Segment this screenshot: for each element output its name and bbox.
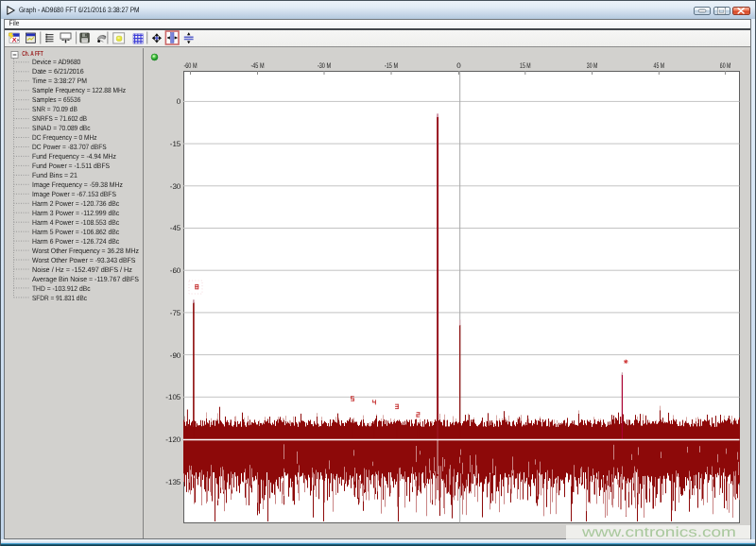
- svg-text:-15 M: -15 M: [385, 61, 398, 70]
- svg-text:SNR = 70.09 dB: SNR = 70.09 dB: [32, 105, 77, 113]
- svg-text:-45: -45: [170, 224, 181, 232]
- svg-text:0: 0: [456, 61, 461, 70]
- svg-text:Harm 4 Power = -108.553 dBc: Harm 4 Power = -108.553 dBc: [32, 218, 119, 227]
- svg-text:15 M: 15 M: [520, 61, 531, 70]
- svg-text:30 M: 30 M: [587, 61, 598, 70]
- svg-text:Device = AD9680: Device = AD9680: [32, 58, 80, 66]
- svg-text:DC Power = -83.707 dBFS: DC Power = -83.707 dBFS: [32, 143, 107, 151]
- svg-text:Samples = 65536: Samples = 65536: [32, 95, 80, 104]
- svg-text:60 M: 60 M: [720, 61, 731, 70]
- svg-text:THD = -103.912 dBc: THD = -103.912 dBc: [32, 284, 91, 293]
- svg-text:Worst Other Power = -93.343 dB: Worst Other Power = -93.343 dBFS: [32, 256, 135, 264]
- svg-text:Noise / Hz = -152.497 dBFS / H: Noise / Hz = -152.497 dBFS / Hz: [32, 265, 132, 274]
- svg-text:Fund Frequency = -4.94 MHz: Fund Frequency = -4.94 MHz: [32, 152, 116, 161]
- svg-text:-135: -135: [165, 478, 181, 486]
- svg-text:Fund Power = -1.511 dBFS: Fund Power = -1.511 dBFS: [32, 162, 110, 170]
- svg-text:File: File: [9, 19, 20, 27]
- svg-text:Harm 3 Power = -112.999 dBc: Harm 3 Power = -112.999 dBc: [32, 209, 119, 217]
- svg-text:SFDR = 91.831 dBc: SFDR = 91.831 dBc: [32, 294, 87, 302]
- svg-text:-105: -105: [165, 393, 181, 401]
- svg-text:-60 M: -60 M: [183, 61, 197, 70]
- svg-text:Harm 5 Power = -106.862 dBc: Harm 5 Power = -106.862 dBc: [32, 228, 119, 236]
- svg-text:Ch. A FFT: Ch. A FFT: [22, 49, 43, 58]
- svg-text:Fund Bins = 21: Fund Bins = 21: [32, 171, 77, 179]
- svg-text:Average Bin Noise = -119.767 d: Average Bin Noise = -119.767 dBFS: [32, 275, 139, 283]
- svg-text:-15: -15: [170, 140, 181, 148]
- svg-text:0: 0: [177, 97, 181, 106]
- svg-text:45 M: 45 M: [654, 61, 665, 70]
- svg-text:www.cntronics.com: www.cntronics.com: [581, 525, 736, 540]
- svg-text:Image Frequency = -59.38 MHz: Image Frequency = -59.38 MHz: [32, 180, 123, 189]
- svg-text:Time = 3:38:27 PM: Time = 3:38:27 PM: [32, 77, 87, 85]
- svg-text:SINAD = 70.089 dBc: SINAD = 70.089 dBc: [32, 124, 91, 132]
- svg-text:-75: -75: [170, 309, 181, 317]
- svg-text:Worst Other Frequency = 36.28: Worst Other Frequency = 36.28 MHz: [32, 247, 139, 255]
- svg-text:-30 M: -30 M: [318, 61, 331, 70]
- svg-text:SNRFS = 71.602 dB: SNRFS = 71.602 dB: [32, 114, 87, 123]
- svg-text:-60: -60: [170, 266, 181, 275]
- svg-text:Date = 6/21/2016: Date = 6/21/2016: [32, 67, 84, 76]
- svg-text:Sample Frequency = 122.88 MHz: Sample Frequency = 122.88 MHz: [32, 86, 126, 94]
- svg-text:-120: -120: [165, 435, 181, 444]
- svg-text:-45 M: -45 M: [250, 61, 264, 70]
- svg-text:Image Power = -67.153 dBFS: Image Power = -67.153 dBFS: [32, 190, 116, 198]
- svg-text:Graph - AD9680 FFT 6/21/2016 3: Graph - AD9680 FFT 6/21/2016 3:38:27 PM: [19, 6, 140, 14]
- svg-text:DC Frequency = 0 MHz: DC Frequency = 0 MHz: [32, 133, 97, 142]
- svg-text:Harm 6 Power = -126.724 dBc: Harm 6 Power = -126.724 dBc: [32, 237, 119, 246]
- svg-text:-30: -30: [170, 182, 181, 191]
- svg-text:-90: -90: [170, 351, 181, 360]
- svg-text:Harm 2 Power = -120.736 dBc: Harm 2 Power = -120.736 dBc: [32, 199, 119, 208]
